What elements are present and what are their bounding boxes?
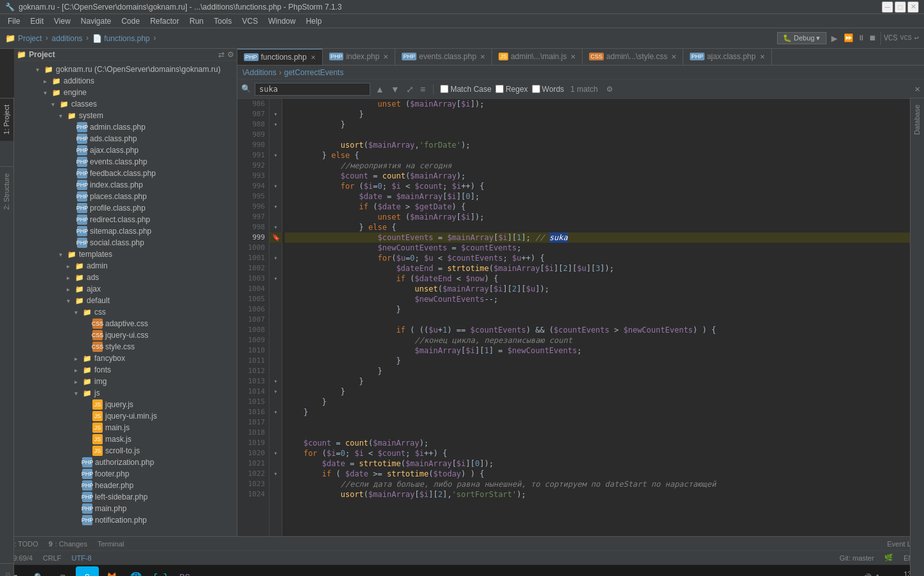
search-expand-button[interactable]: ⤢ <box>405 84 415 94</box>
tree-fancybox[interactable]: ▸ 📁 fancybox <box>28 353 237 364</box>
gutter-991[interactable]: ▾ <box>270 150 282 161</box>
chrome-icon[interactable]: 🌐 <box>124 566 148 577</box>
menu-help[interactable]: Help <box>301 15 327 27</box>
gutter-1001[interactable]: ▾ <box>270 253 282 263</box>
vcs-icon1[interactable]: VCS <box>884 34 898 43</box>
side-tab-favorites[interactable]: ☆ <box>0 563 13 576</box>
tab-close6-icon[interactable]: ✕ <box>760 53 765 60</box>
menu-code[interactable]: Code <box>116 15 145 27</box>
gutter-994[interactable]: ▾ <box>270 181 282 191</box>
tree-notification[interactable]: PHP notification.php <box>28 514 237 526</box>
gutter-1014[interactable]: ▾ <box>270 387 282 397</box>
menu-tools[interactable]: Tools <box>209 15 237 27</box>
tab-index-php[interactable]: PHP index.php ✕ <box>323 49 396 65</box>
tree-header[interactable]: PHP header.php <box>28 480 237 491</box>
tab-close4-icon[interactable]: ✕ <box>570 53 576 60</box>
tree-engine[interactable]: ▾ 📁 engine <box>28 87 237 98</box>
tree-system[interactable]: ▾ 📁 system <box>28 110 237 121</box>
menu-edit[interactable]: Edit <box>25 15 49 27</box>
search-multiline-button[interactable]: ≡ <box>419 84 427 94</box>
tree-mask-js[interactable]: JS mask.js <box>28 433 237 445</box>
brackets-icon[interactable]: { } <box>149 566 172 577</box>
gutter-998[interactable]: ▾ <box>270 222 282 232</box>
toolbar-play[interactable]: ▶ <box>829 31 841 46</box>
regex-option[interactable]: Regex <box>495 85 528 94</box>
tree-left-sidebar[interactable]: PHP left-sidebar.php <box>28 491 237 503</box>
code-content[interactable]: unset ($mainArray[$i]); } } usort($mainA… <box>282 99 915 536</box>
menu-refactor[interactable]: Refactor <box>145 15 184 27</box>
maximize-button[interactable]: □ <box>894 1 906 13</box>
tree-profile-class[interactable]: PHP profile.class.php <box>28 202 237 214</box>
breadcrumb-additions[interactable]: additions <box>52 34 83 43</box>
tree-main-php[interactable]: PHP main.php <box>28 503 237 514</box>
tree-sitemap-class[interactable]: PHP sitemap.class.php <box>28 225 237 237</box>
side-tab-database[interactable]: Database <box>911 98 924 141</box>
tree-ads[interactable]: ▸ 📁 ads <box>28 272 237 283</box>
menu-window[interactable]: Window <box>263 15 301 27</box>
task-view-button[interactable]: ⧉ <box>51 566 74 577</box>
tree-footer[interactable]: PHP footer.php <box>28 468 237 480</box>
search-prev-button[interactable]: ▲ <box>374 84 386 94</box>
tree-ads-class[interactable]: PHP ads.class.php <box>28 133 237 144</box>
skype-icon[interactable]: S <box>76 566 99 577</box>
gutter-1003[interactable]: ▾ <box>270 274 282 284</box>
tab-functions-php[interactable]: PHP functions.php ✕ <box>237 49 323 65</box>
tab-events-class[interactable]: PHP events.class.php ✕ <box>395 49 492 65</box>
toolbar-icon1[interactable]: ⏩ <box>843 32 855 44</box>
gutter-1020[interactable]: ▾ <box>270 448 282 458</box>
tree-css[interactable]: ▾ 📁 css <box>28 306 237 318</box>
tree-social-class[interactable]: PHP social.class.php <box>28 237 237 249</box>
close-button[interactable]: ✕ <box>907 1 919 13</box>
tree-classes[interactable]: ▾ 📁 classes <box>28 98 237 110</box>
tree-scroll-to[interactable]: JS scroll-to.js <box>28 445 237 457</box>
tree-js[interactable]: ▾ 📁 js <box>28 387 237 399</box>
gutter-987[interactable]: ▾ <box>270 109 282 119</box>
search-button[interactable]: 🔍 <box>27 566 50 577</box>
search-close-icon[interactable]: ✕ <box>915 83 920 94</box>
tree-additions[interactable]: ▸ 📁 additions <box>28 75 237 87</box>
tree-templates[interactable]: ▾ 📁 templates <box>28 249 237 260</box>
match-case-checkbox[interactable] <box>440 85 449 93</box>
undo-icon[interactable]: ↩ <box>914 33 919 43</box>
tree-ajax-class[interactable]: PHP ajax.class.php <box>28 144 237 156</box>
tree-index-class[interactable]: PHP index.class.php <box>28 179 237 191</box>
match-case-option[interactable]: Match Case <box>440 85 492 94</box>
tree-jquery[interactable]: JS jquery.js <box>28 399 237 410</box>
gutter-1013[interactable]: ▾ <box>270 376 282 387</box>
tree-jquery-min[interactable]: JS jquery-ui.min.js <box>28 410 237 422</box>
tab-ajax-class[interactable]: PHP ajax.class.php ✕ <box>683 49 772 65</box>
tree-jquery-ui-css[interactable]: CSS jquery-ui.css <box>28 329 237 341</box>
words-option[interactable]: Words <box>532 85 564 94</box>
tree-img[interactable]: ▸ 📁 img <box>28 376 237 387</box>
search-input[interactable] <box>259 85 349 94</box>
tree-style-css[interactable]: CSS style.css <box>28 341 237 353</box>
tab-style-css[interactable]: CSS admin\...\style.css ✕ <box>583 49 683 65</box>
menu-view[interactable]: View <box>49 15 76 27</box>
tree-fonts[interactable]: ▸ 📁 fonts <box>28 364 237 376</box>
minimize-button[interactable]: ─ <box>882 1 893 13</box>
phpstorm-icon[interactable]: PS <box>173 566 196 577</box>
tree-ajax[interactable]: ▸ 📁 ajax <box>28 283 237 295</box>
tree-admin-class[interactable]: PHP admin.class.php <box>28 121 237 133</box>
tab-close2-icon[interactable]: ✕ <box>383 53 388 60</box>
tree-admin[interactable]: ▸ 📁 admin <box>28 260 237 272</box>
side-tab-structure[interactable]: 2: Structure <box>0 166 13 216</box>
tab-main-js[interactable]: JS admin\...\main.js ✕ <box>492 49 583 65</box>
gutter-1016[interactable]: ▾ <box>270 407 282 417</box>
tree-gear-icon[interactable]: ⚙ <box>227 50 234 59</box>
menu-run[interactable]: Run <box>184 15 209 27</box>
tree-places-class[interactable]: PHP places.class.php <box>28 191 237 202</box>
gutter-1022[interactable]: ▾ <box>270 469 282 479</box>
search-settings-icon[interactable]: ⚙ <box>607 83 612 94</box>
menu-vcs[interactable]: VCS <box>237 15 263 27</box>
tree-authorization[interactable]: PHP authorization.php <box>28 457 237 468</box>
words-checkbox[interactable] <box>532 85 540 93</box>
gutter-988[interactable]: ▾ <box>270 119 282 130</box>
menu-navigate[interactable]: Navigate <box>76 15 116 27</box>
breadcrumb-function[interactable]: getCorrectEvents <box>284 68 344 77</box>
tree-default[interactable]: ▾ 📁 default <box>28 295 237 306</box>
breadcrumb-file[interactable]: 📄 functions.php <box>92 34 150 43</box>
tree-root[interactable]: ▾ 📁 goknam.ru (C:\OpenServer\domains\gok… <box>28 64 237 75</box>
tree-feedback-class[interactable]: PHP feedback.class.php <box>28 168 237 179</box>
tree-main-js[interactable]: JS main.js <box>28 422 237 433</box>
